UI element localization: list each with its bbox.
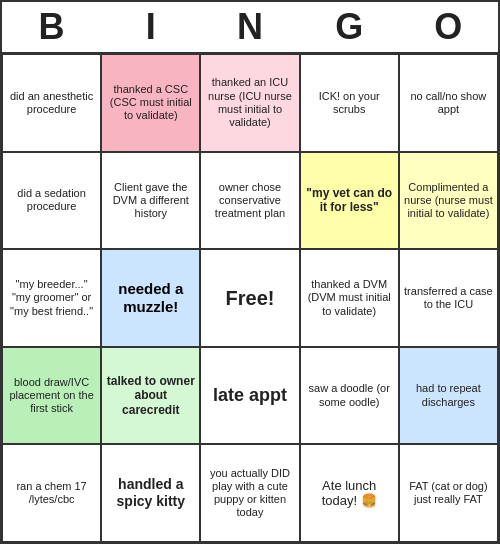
- cell-b2[interactable]: did a sedation procedure: [2, 152, 101, 250]
- cell-g4[interactable]: saw a doodle (or some oodle): [300, 347, 399, 445]
- cell-i5[interactable]: handled a spicy kitty: [101, 444, 200, 542]
- header-o: O: [403, 6, 493, 48]
- cell-b4[interactable]: blood draw/IVC placement on the first st…: [2, 347, 101, 445]
- cell-g2[interactable]: "my vet can do it for less": [300, 152, 399, 250]
- cell-o5[interactable]: FAT (cat or dog) just really FAT: [399, 444, 498, 542]
- cell-n3-free[interactable]: Free!: [200, 249, 299, 347]
- cell-o1[interactable]: no call/no show appt: [399, 54, 498, 152]
- cell-g5[interactable]: Ate lunch today! 🍔: [300, 444, 399, 542]
- header-g: G: [304, 6, 394, 48]
- cell-b1[interactable]: did an anesthetic procedure: [2, 54, 101, 152]
- header-n: N: [205, 6, 295, 48]
- cell-b5[interactable]: ran a chem 17 /lytes/cbc: [2, 444, 101, 542]
- header-b: B: [7, 6, 97, 48]
- bingo-grid: did an anesthetic procedure thanked a CS…: [0, 52, 500, 544]
- cell-o2[interactable]: Complimented a nurse (nurse must initial…: [399, 152, 498, 250]
- cell-i3[interactable]: needed a muzzle!: [101, 249, 200, 347]
- cell-i2[interactable]: Client gave the DVM a different history: [101, 152, 200, 250]
- cell-o4[interactable]: had to repeat discharges: [399, 347, 498, 445]
- cell-o3[interactable]: transferred a case to the ICU: [399, 249, 498, 347]
- cell-b3[interactable]: "my breeder..." "my groomer" or "my best…: [2, 249, 101, 347]
- bingo-header: B I N G O: [0, 0, 500, 52]
- cell-n4[interactable]: late appt: [200, 347, 299, 445]
- cell-i1[interactable]: thanked a CSC (CSC must initial to valid…: [101, 54, 200, 152]
- cell-g1[interactable]: ICK! on your scrubs: [300, 54, 399, 152]
- cell-n5[interactable]: you actually DID play with a cute puppy …: [200, 444, 299, 542]
- bingo-card: B I N G O did an anesthetic procedure th…: [0, 0, 500, 544]
- header-i: I: [106, 6, 196, 48]
- cell-n1[interactable]: thanked an ICU nurse (ICU nurse must ini…: [200, 54, 299, 152]
- cell-i4[interactable]: talked to owner about carecredit: [101, 347, 200, 445]
- cell-g3[interactable]: thanked a DVM (DVM must initial to valid…: [300, 249, 399, 347]
- cell-n2[interactable]: owner chose conservative treatment plan: [200, 152, 299, 250]
